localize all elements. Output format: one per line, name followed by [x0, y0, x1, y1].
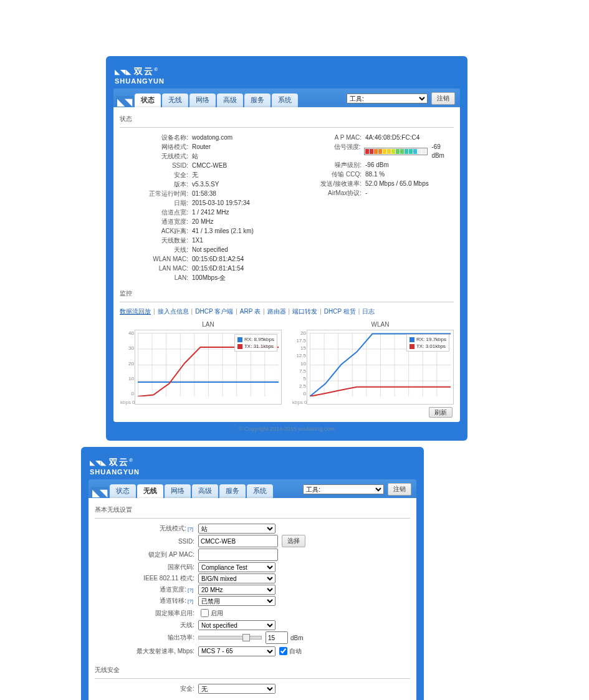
- wireless-panel: 基本无线设置 无线模式:[?] 站 SSID: 选择 锁定到 AP MAC: 国…: [89, 498, 416, 700]
- chart-wlan: WLAN 2017.51512.5107.552.50 kbps 0 RX: 1…: [307, 330, 454, 405]
- home-tab[interactable]: ◣◥: [116, 96, 133, 107]
- status-row: 日期:2015-03-10 19:57:34: [120, 199, 280, 208]
- help-icon[interactable]: [?]: [186, 598, 194, 604]
- status-label: 日期:: [120, 199, 192, 208]
- home-tab[interactable]: ◣◥: [91, 487, 108, 498]
- chwidth-select[interactable]: 20 MHz: [198, 585, 275, 595]
- tab-system[interactable]: 系统: [272, 93, 298, 107]
- status-label: 安全:: [120, 171, 192, 180]
- monitor-link[interactable]: 端口转发: [292, 308, 317, 315]
- status-label: 信号强度:: [293, 143, 364, 160]
- rate-auto-checkbox[interactable]: [279, 647, 287, 655]
- logout-button[interactable]: 注销: [388, 483, 411, 496]
- tab-network[interactable]: 网络: [165, 484, 191, 498]
- section-status: 状态: [120, 115, 454, 123]
- status-label: WLAN MAC:: [120, 255, 192, 264]
- power-input[interactable]: [266, 631, 288, 644]
- country-select[interactable]: Compliance Test: [198, 562, 275, 572]
- security-select[interactable]: 无: [198, 684, 275, 694]
- status-label: 网络模式:: [120, 143, 192, 151]
- status-value: 4A:46:08:D5:FC:C4: [365, 133, 419, 142]
- status-value: 52.0 Mbps / 65.0 Mbps: [365, 180, 429, 188]
- status-value: 01:58:38: [192, 189, 216, 198]
- rate-auto-text: 自动: [289, 647, 302, 656]
- status-row: 安全:无: [120, 171, 280, 180]
- tab-status[interactable]: 状态: [135, 93, 161, 107]
- tools-select[interactable]: 工具:: [303, 484, 384, 494]
- ieee-select[interactable]: B/G/N mixed: [198, 573, 275, 583]
- power-slider[interactable]: [198, 636, 262, 640]
- status-value: -: [365, 189, 367, 198]
- status-label: 天线:: [120, 246, 192, 254]
- country-label: 国家代码:: [95, 563, 198, 572]
- tools-select[interactable]: 工具:: [347, 93, 428, 103]
- home-icon: ◣◥: [92, 487, 107, 499]
- status-value: 1 / 2412 MHz: [192, 208, 229, 217]
- tab-system[interactable]: 系统: [247, 484, 273, 498]
- status-label: 发送/接收速率:: [293, 180, 365, 188]
- status-value: 100Mbps-全: [192, 274, 226, 282]
- tab-wireless[interactable]: 无线: [162, 93, 188, 107]
- tab-services[interactable]: 服务: [244, 93, 271, 107]
- tab-network[interactable]: 网络: [189, 93, 216, 107]
- help-icon[interactable]: [?]: [186, 526, 194, 532]
- status-label: 无线模式:: [120, 152, 192, 161]
- status-label: 传输 CCQ:: [293, 170, 365, 179]
- fixfreq-checkbox[interactable]: [201, 609, 209, 617]
- status-value: 2015-03-10 19:57:34: [192, 199, 250, 208]
- chart-title-wlan: WLAN: [307, 321, 453, 328]
- status-label: 正常运行时间:: [120, 189, 192, 198]
- status-label: LAN MAC:: [120, 264, 192, 273]
- status-value: CMCC-WEB: [192, 161, 227, 170]
- status-row: 传输 CCQ:88.1 %: [293, 170, 454, 179]
- section-monitor: 监控: [120, 289, 454, 298]
- rate-select[interactable]: MCS 7 - 65: [198, 646, 275, 656]
- status-row: A P MAC:4A:46:08:D5:FC:C4: [293, 133, 454, 142]
- home-icon: ◣◥: [117, 96, 132, 108]
- brand-en: SHUANGYUN: [115, 77, 165, 85]
- tab-advanced[interactable]: 高级: [217, 93, 243, 107]
- monitor-link[interactable]: 路由器: [267, 308, 286, 315]
- monitor-link[interactable]: 接入点信息: [158, 308, 189, 315]
- fixfreq-label: 固定频率启用:: [95, 609, 198, 618]
- monitor-link[interactable]: 日志: [362, 308, 375, 315]
- ssid-input[interactable]: [198, 535, 278, 547]
- help-icon[interactable]: [?]: [186, 587, 194, 593]
- section-security: 无线安全: [95, 666, 410, 674]
- lock-ap-input[interactable]: [198, 549, 278, 561]
- tab-services[interactable]: 服务: [219, 484, 246, 498]
- status-panel: 状态 设备名称:wodatong.com网络模式:Router无线模式:站SSI…: [113, 107, 460, 422]
- status-row: AirMax协议:-: [293, 189, 454, 198]
- kbps-lan: kbps 0: [120, 400, 135, 405]
- ssid-label: SSID:: [95, 538, 198, 545]
- tab-status[interactable]: 状态: [110, 484, 136, 498]
- logout-button[interactable]: 注销: [431, 92, 455, 105]
- signal-bar: [364, 148, 428, 155]
- status-label: 天线数量:: [120, 236, 192, 245]
- refresh-button[interactable]: 刷新: [429, 407, 453, 418]
- tab-wireless[interactable]: 无线: [137, 484, 163, 498]
- chshift-select[interactable]: 已禁用: [198, 596, 275, 606]
- wireless-mode-select[interactable]: 站: [198, 524, 275, 534]
- tab-advanced[interactable]: 高级: [192, 484, 218, 498]
- antenna-select[interactable]: Not specified: [198, 620, 275, 630]
- power-label: 输出功率:: [95, 633, 198, 642]
- status-label: AirMax协议:: [293, 189, 365, 198]
- status-value: 41 / 1.3 miles (2.1 km): [192, 227, 254, 236]
- monitor-link[interactable]: DHCP 客户端: [195, 308, 233, 315]
- fixfreq-enable-text: 启用: [211, 609, 223, 618]
- status-label: 信道点宽:: [120, 208, 192, 217]
- monitor-link[interactable]: 数据流回放: [120, 308, 151, 315]
- status-value: 无: [192, 171, 198, 180]
- status-value: 00:15:6D:81:A1:54: [192, 264, 244, 273]
- wireless-mode-label: 无线模式:[?]: [95, 524, 198, 533]
- lan-tx-label: TX: 31.1kbps: [244, 343, 274, 349]
- legend-lan: RX: 8.95kbps TX: 31.1kbps: [234, 334, 277, 352]
- signal-readout: -69 dBm: [431, 143, 454, 160]
- ssid-select-button[interactable]: 选择: [282, 535, 305, 547]
- brand2: ◣◥◣ 双云® SHUANGYUN: [89, 454, 416, 479]
- monitor-link[interactable]: ARP 表: [240, 308, 261, 315]
- monitor-link[interactable]: DHCP 租赁: [324, 308, 356, 315]
- chwidth-label: 通道宽度:[?]: [95, 585, 198, 594]
- wlan-tx-label: TX: 3.01kbps: [416, 343, 446, 349]
